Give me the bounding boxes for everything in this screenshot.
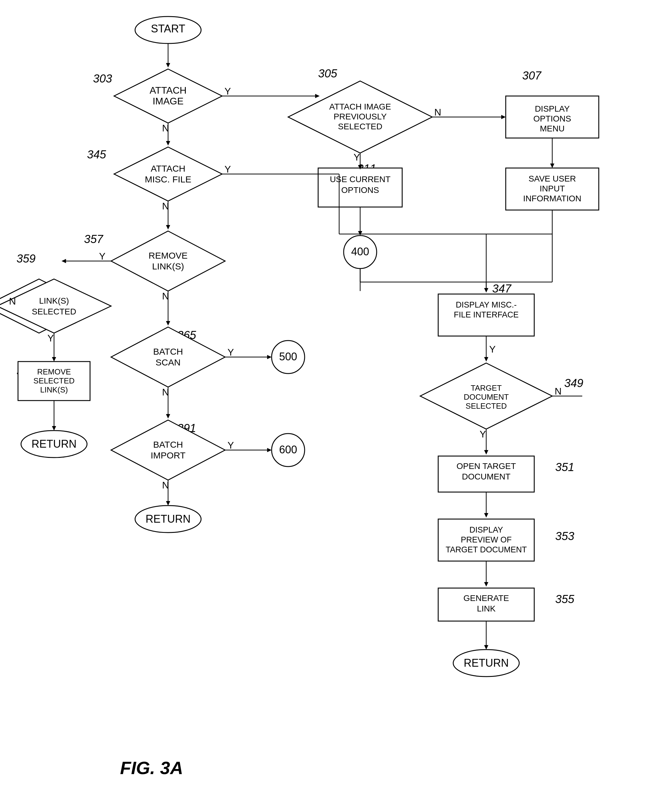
svg-text:400: 400	[351, 246, 369, 258]
svg-text:Y: Y	[480, 429, 486, 439]
svg-text:357: 357	[84, 233, 104, 246]
svg-text:Y: Y	[489, 344, 496, 355]
svg-text:Y: Y	[48, 333, 54, 344]
svg-text:SELECTED: SELECTED	[33, 376, 75, 385]
svg-text:OPTIONS: OPTIONS	[341, 185, 379, 195]
svg-text:351: 351	[555, 461, 574, 473]
svg-text:Y: Y	[227, 440, 234, 451]
svg-text:MENU: MENU	[540, 124, 565, 133]
svg-text:INFORMATION: INFORMATION	[523, 194, 581, 203]
svg-text:RETURN: RETURN	[464, 657, 509, 669]
svg-text:RETURN: RETURN	[146, 513, 190, 525]
svg-text:MISC. FILE: MISC. FILE	[145, 174, 191, 184]
svg-text:SELECTED: SELECTED	[338, 122, 382, 131]
svg-text:PREVIEW OF: PREVIEW OF	[461, 535, 512, 544]
svg-text:IMPORT: IMPORT	[151, 450, 185, 460]
svg-text:FIG. 3A: FIG. 3A	[120, 758, 183, 778]
svg-text:START: START	[151, 22, 185, 35]
svg-text:ATTACH IMAGE: ATTACH IMAGE	[329, 102, 391, 111]
svg-text:DISPLAY MISC.-: DISPLAY MISC.-	[456, 300, 516, 309]
svg-text:307: 307	[522, 69, 542, 82]
svg-text:ATTACH: ATTACH	[149, 85, 187, 96]
svg-text:500: 500	[279, 350, 297, 363]
svg-text:INPUT: INPUT	[540, 184, 565, 193]
svg-text:LINK(S): LINK(S)	[40, 385, 68, 394]
svg-text:RETURN: RETURN	[32, 438, 76, 450]
svg-text:LINK(S): LINK(S)	[152, 261, 184, 271]
svg-text:GENERATE: GENERATE	[463, 594, 509, 603]
svg-text:Y: Y	[353, 152, 360, 163]
svg-text:LINK: LINK	[477, 604, 496, 613]
svg-text:N: N	[9, 296, 16, 307]
svg-text:ATTACH: ATTACH	[151, 163, 185, 173]
svg-text:PREVIOUSLY: PREVIOUSLY	[334, 112, 387, 121]
svg-text:305: 305	[318, 67, 337, 80]
svg-text:600: 600	[279, 443, 297, 456]
svg-text:N: N	[434, 107, 441, 118]
svg-text:REMOVE: REMOVE	[37, 367, 71, 376]
svg-text:355: 355	[555, 593, 574, 606]
svg-text:DOCUMENT: DOCUMENT	[462, 472, 511, 481]
svg-text:OPEN TARGET: OPEN TARGET	[456, 461, 516, 471]
svg-text:SAVE USER: SAVE USER	[529, 174, 576, 183]
svg-text:DOCUMENT: DOCUMENT	[464, 392, 509, 402]
svg-text:BATCH: BATCH	[153, 439, 183, 450]
svg-text:349: 349	[564, 377, 583, 389]
svg-text:N: N	[555, 386, 562, 397]
svg-text:DISPLAY: DISPLAY	[535, 104, 570, 114]
svg-text:LINK(S): LINK(S)	[39, 296, 69, 305]
diagram-container: START 303 ATTACH IMAGE Y N 305 ATTACH IM…	[0, 0, 672, 811]
svg-text:SCAN: SCAN	[156, 357, 180, 367]
svg-text:Y: Y	[99, 251, 105, 261]
svg-text:359: 359	[17, 252, 36, 265]
svg-text:FILE INTERFACE: FILE INTERFACE	[454, 310, 519, 319]
svg-text:Y: Y	[227, 347, 234, 358]
svg-text:REMOVE: REMOVE	[149, 251, 188, 260]
svg-text:IMAGE: IMAGE	[153, 96, 183, 107]
svg-text:TARGET DOCUMENT: TARGET DOCUMENT	[446, 545, 527, 554]
svg-text:SELECTED: SELECTED	[465, 402, 507, 411]
svg-text:TARGET: TARGET	[471, 383, 502, 392]
svg-text:303: 303	[93, 72, 112, 85]
svg-text:347: 347	[492, 282, 512, 295]
svg-text:SELECTED: SELECTED	[32, 307, 76, 316]
svg-text:DISPLAY: DISPLAY	[469, 525, 503, 534]
svg-text:Y: Y	[224, 164, 231, 175]
svg-text:Y: Y	[224, 86, 231, 97]
svg-text:BATCH: BATCH	[153, 346, 183, 356]
svg-text:345: 345	[87, 148, 106, 161]
svg-text:OPTIONS: OPTIONS	[533, 114, 571, 123]
svg-text:353: 353	[555, 530, 574, 543]
